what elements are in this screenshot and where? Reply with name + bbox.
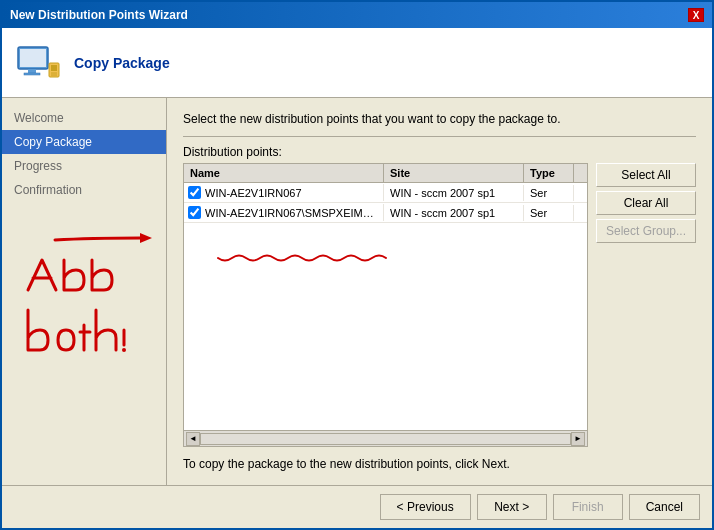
main-window: New Distribution Points Wizard X Copy Pa… [0, 0, 714, 530]
main-content: Welcome Copy Package Progress Confirmati… [2, 98, 712, 485]
select-all-button[interactable]: Select All [596, 163, 696, 187]
title-bar: New Distribution Points Wizard X [2, 2, 712, 28]
scroll-left-button[interactable]: ◄ [186, 432, 200, 446]
svg-rect-3 [24, 73, 40, 75]
select-group-button[interactable]: Select Group... [596, 219, 696, 243]
previous-button[interactable]: < Previous [380, 494, 471, 520]
package-icon [14, 39, 62, 87]
row2-type: Ser [524, 205, 574, 221]
row1-type: Ser [524, 185, 574, 201]
instruction-text: Select the new distribution points that … [183, 112, 696, 126]
right-button-panel: Select All Clear All Select Group... [596, 163, 696, 447]
row2-site: WIN - sccm 2007 sp1 [384, 205, 524, 221]
h-scrollbar-area: ◄ ► [184, 430, 587, 446]
svg-rect-2 [28, 69, 36, 73]
row1-name-cell: WIN-AE2V1IRN067 [184, 184, 384, 201]
col-header-name: Name [184, 164, 384, 182]
table-row: WIN-AE2V1IRN067 WIN - sccm 2007 sp1 Ser [184, 183, 587, 203]
sidebar-item-confirmation[interactable]: Confirmation [2, 178, 166, 202]
sidebar: Welcome Copy Package Progress Confirmati… [2, 98, 167, 485]
svg-rect-1 [20, 49, 46, 67]
header-area: Copy Package [2, 28, 712, 98]
close-button[interactable]: X [688, 8, 704, 22]
clear-all-button[interactable]: Clear All [596, 191, 696, 215]
sidebar-item-welcome[interactable]: Welcome [2, 106, 166, 130]
window-title: New Distribution Points Wizard [10, 8, 188, 22]
separator [183, 136, 696, 137]
col-header-type: Type [524, 164, 574, 182]
next-button[interactable]: Next > [477, 494, 547, 520]
table-body: WIN-AE2V1IRN067 WIN - sccm 2007 sp1 Ser … [184, 183, 587, 430]
sidebar-item-progress[interactable]: Progress [2, 154, 166, 178]
row1-checkbox[interactable] [188, 186, 201, 199]
finish-button[interactable]: Finish [553, 494, 623, 520]
cancel-button[interactable]: Cancel [629, 494, 700, 520]
h-scrollbar[interactable] [200, 433, 571, 445]
table-row: WIN-AE2V1IRN067\SMSPXEIMAGES$ WIN - sccm… [184, 203, 587, 223]
svg-rect-5 [51, 65, 57, 71]
bottom-text: To copy the package to the new distribut… [183, 457, 696, 471]
row1-site: WIN - sccm 2007 sp1 [384, 185, 524, 201]
row2-name: WIN-AE2V1IRN067\SMSPXEIMAGES$ [205, 207, 379, 219]
row1-name: WIN-AE2V1IRN067 [205, 187, 302, 199]
content-area: Select the new distribution points that … [167, 98, 712, 485]
footer: < Previous Next > Finish Cancel [2, 485, 712, 528]
sidebar-item-copy-package[interactable]: Copy Package [2, 130, 166, 154]
distribution-panel: Name Site Type WIN-AE2V1IRN067 WIN - scc… [183, 163, 696, 447]
col-header-site: Site [384, 164, 524, 182]
section-label: Distribution points: [183, 145, 696, 159]
distribution-table: Name Site Type WIN-AE2V1IRN067 WIN - scc… [183, 163, 588, 447]
table-header: Name Site Type [184, 164, 587, 183]
row2-checkbox[interactable] [188, 206, 201, 219]
scroll-right-button[interactable]: ► [571, 432, 585, 446]
row2-name-cell: WIN-AE2V1IRN067\SMSPXEIMAGES$ [184, 204, 384, 221]
header-title: Copy Package [74, 55, 170, 71]
